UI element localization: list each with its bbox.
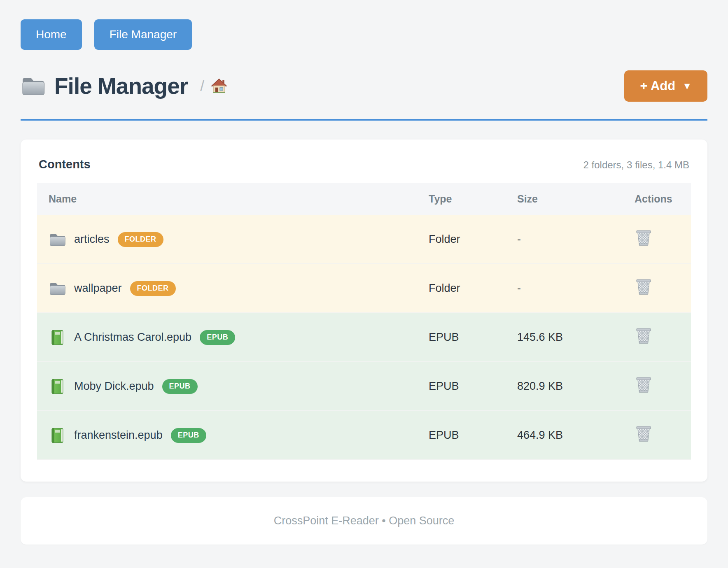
type-cell: EPUB (417, 313, 506, 362)
contents-card: Contents 2 folders, 3 files, 1.4 MB Name… (21, 140, 707, 482)
type-cell: Folder (417, 264, 506, 313)
header-divider (21, 119, 707, 121)
file-manager-button[interactable]: File Manager (94, 19, 192, 50)
page-header: File Manager / + Add ▼ (21, 70, 707, 102)
type-cell: EPUB (417, 411, 506, 460)
file-name-link[interactable]: frankenstein.epub (74, 429, 163, 442)
file-name-link[interactable]: Moby Dick.epub (74, 380, 154, 393)
book-icon (49, 378, 66, 395)
table-row: frankenstein.epub EPUB EPUB 464.9 KB (37, 411, 691, 460)
epub-badge: EPUB (200, 330, 235, 345)
footer: CrossPoint E-Reader • Open Source (21, 497, 707, 545)
column-header-type: Type (417, 183, 506, 215)
delete-button[interactable] (635, 278, 653, 296)
contents-card-header: Contents 2 folders, 3 files, 1.4 MB (37, 158, 691, 171)
column-header-actions: Actions (623, 183, 691, 215)
wastebasket-icon (635, 425, 653, 443)
wastebasket-icon (635, 229, 653, 247)
delete-button[interactable] (635, 425, 653, 443)
footer-text: CrossPoint E-Reader • Open Source (274, 514, 455, 527)
wastebasket-icon (635, 327, 653, 345)
home-button[interactable]: Home (21, 19, 82, 50)
size-cell: - (506, 215, 623, 264)
delete-button[interactable] (635, 327, 653, 345)
folder-badge: FOLDER (118, 232, 163, 247)
breadcrumb: / (200, 77, 228, 95)
table-row: articles FOLDER Folder - (37, 215, 691, 264)
book-icon (49, 427, 66, 444)
type-cell: EPUB (417, 362, 506, 411)
file-name-link[interactable]: A Christmas Carol.epub (74, 331, 191, 344)
epub-badge: EPUB (171, 428, 206, 443)
page-title: File Manager (54, 73, 188, 99)
column-header-name: Name (37, 183, 417, 215)
contents-summary: 2 folders, 3 files, 1.4 MB (583, 159, 689, 171)
file-table: Name Type Size Actions articles FOLDER F… (37, 183, 691, 460)
breadcrumb-separator: / (200, 77, 204, 95)
size-cell: 145.6 KB (506, 313, 623, 362)
wastebasket-icon (635, 278, 653, 296)
folder-icon (49, 231, 66, 248)
page-title-group: File Manager / (21, 73, 228, 99)
delete-button[interactable] (635, 229, 653, 247)
file-name-link[interactable]: wallpaper (74, 282, 122, 295)
folder-icon (49, 280, 66, 297)
delete-button[interactable] (635, 376, 653, 394)
book-icon (49, 329, 66, 346)
folder-icon (21, 74, 45, 98)
size-cell: 464.9 KB (506, 411, 623, 460)
file-name-link[interactable]: articles (74, 233, 110, 246)
epub-badge: EPUB (162, 379, 198, 394)
house-icon[interactable] (210, 77, 228, 95)
table-row: Moby Dick.epub EPUB EPUB 820.9 KB (37, 362, 691, 411)
table-row: A Christmas Carol.epub EPUB EPUB 145.6 K… (37, 313, 691, 362)
add-button[interactable]: + Add ▼ (624, 70, 707, 102)
table-header-row: Name Type Size Actions (37, 183, 691, 215)
contents-title: Contents (39, 158, 91, 171)
caret-down-icon: ▼ (682, 81, 692, 91)
size-cell: 820.9 KB (506, 362, 623, 411)
add-button-label: + Add (640, 79, 675, 93)
top-nav: Home File Manager (21, 19, 707, 50)
table-row: wallpaper FOLDER Folder - (37, 264, 691, 313)
size-cell: - (506, 264, 623, 313)
column-header-size: Size (506, 183, 623, 215)
folder-badge: FOLDER (130, 281, 176, 296)
type-cell: Folder (417, 215, 506, 264)
wastebasket-icon (635, 376, 653, 394)
